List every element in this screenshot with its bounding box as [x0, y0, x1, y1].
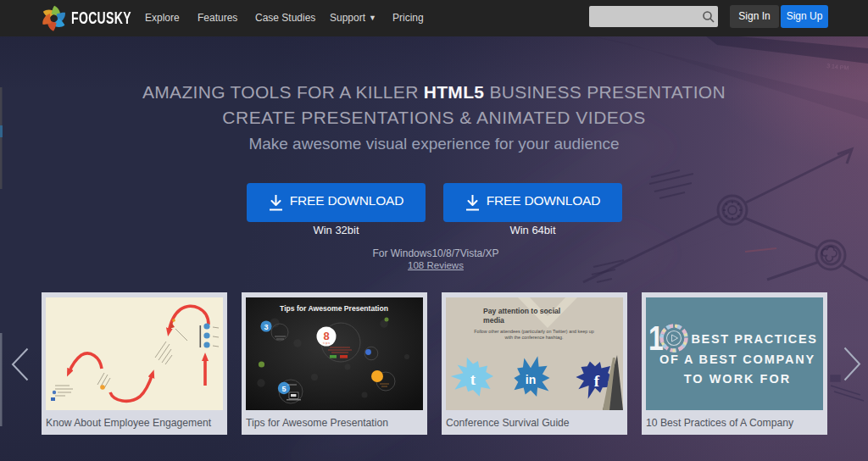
- svg-text:f: f: [594, 372, 600, 390]
- svg-text:BEST PRACTICES: BEST PRACTICES: [692, 332, 818, 346]
- svg-text:Pay attention to social: Pay attention to social: [483, 307, 560, 315]
- svg-text:t: t: [470, 370, 476, 388]
- svg-text:3: 3: [264, 323, 268, 331]
- svg-text:8: 8: [323, 330, 329, 342]
- svg-text:Follow other attendees (parti: Follow other attendees (particularly on …: [474, 329, 594, 334]
- svg-text:t i p s: t i p s: [323, 342, 330, 345]
- svg-text:with the conference hashtag.: with the conference hashtag.: [504, 335, 564, 340]
- svg-text:5: 5: [281, 385, 286, 393]
- svg-text:3 14 PM: 3 14 PM: [826, 63, 849, 71]
- svg-text:Tips for Awesome Presentation: Tips for Awesome Presentation: [280, 304, 388, 313]
- svg-text:media: media: [483, 316, 504, 325]
- svg-text:in: in: [526, 373, 536, 386]
- svg-text:TO WORK FOR: TO WORK FOR: [684, 372, 791, 386]
- svg-text:OF A BEST COMPANY: OF A BEST COMPANY: [659, 353, 815, 366]
